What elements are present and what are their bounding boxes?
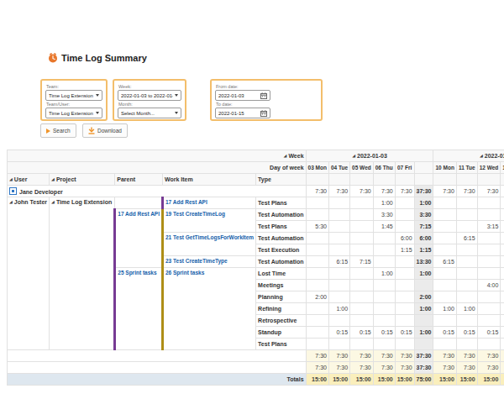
collapse-triangle-icon[interactable]: ◢ xyxy=(9,176,13,181)
work-item-19-link[interactable]: 19 Test CreateTimeLog xyxy=(163,209,256,233)
value-cell xyxy=(306,268,328,280)
value-cell xyxy=(395,256,414,268)
week-group-2022-01-10[interactable]: ◢2022-01-10 xyxy=(433,150,504,162)
value-cell xyxy=(306,339,328,350)
value-cell xyxy=(433,268,456,280)
value-cell: 5:30 xyxy=(306,221,328,233)
type-cell: Refining xyxy=(256,303,306,315)
parent-column-header: Parent xyxy=(115,174,163,186)
collapse-triangle-icon[interactable]: ◢ xyxy=(480,153,483,158)
day-header: 12 Wed xyxy=(477,162,501,174)
value-cell: 7:30 xyxy=(433,186,456,197)
collapse-triangle-icon[interactable]: ◢ xyxy=(352,153,355,158)
calendar-icon[interactable] xyxy=(260,92,267,99)
value-cell: 7:30 xyxy=(501,186,504,197)
collapse-triangle-icon[interactable]: ◢ xyxy=(284,153,287,158)
value-cell: 15:00 xyxy=(373,374,395,386)
value-cell: 3:15 xyxy=(477,221,501,233)
expand-icon[interactable] xyxy=(9,187,17,195)
parent-cell-empty xyxy=(115,197,163,209)
value-cell xyxy=(373,280,395,291)
month-select-value: Select Month... xyxy=(121,111,155,116)
table-row: ◢John Tester ◢Time Log Extension 17 Add … xyxy=(8,197,504,209)
value-cell: 15:00 xyxy=(456,374,477,386)
team-select[interactable]: Time Log Extension Team xyxy=(45,90,102,101)
user-john-tester[interactable]: ◢John Tester xyxy=(8,197,50,350)
team-user-select[interactable]: Time Log Extension Team xyxy=(45,108,102,118)
search-button[interactable]: Search xyxy=(40,123,76,138)
from-date-value: 2022-01-03 xyxy=(218,93,244,98)
value-cell xyxy=(373,339,395,350)
value-cell: 7:30 xyxy=(395,350,414,362)
project-column-header[interactable]: ◢Project xyxy=(50,174,115,186)
user-column-header[interactable]: ◢User xyxy=(8,174,50,186)
week-total-cell: 3:30 xyxy=(414,209,433,221)
to-date-label: To date: xyxy=(216,102,318,107)
value-cell: 4:00 xyxy=(477,280,501,291)
value-cell xyxy=(350,280,374,291)
work-item-21-link[interactable]: 21 Test GetTimeLogsForWorkItem xyxy=(163,233,256,256)
page-header: Time Log Summary xyxy=(48,53,147,63)
chevron-down-icon xyxy=(96,112,99,114)
time-log-pivot-grid: ◢Week ◢2022-01-03 ◢2022-01-10 Totals Day… xyxy=(7,150,504,386)
value-cell xyxy=(433,315,456,327)
value-cell xyxy=(395,221,414,233)
type-cell: Test Automation xyxy=(256,256,306,268)
month-select[interactable]: Select Month... xyxy=(118,108,181,118)
team-user-label: Team/User: xyxy=(46,102,102,107)
value-cell xyxy=(306,233,328,244)
value-cell: 0:15 xyxy=(328,327,349,339)
value-cell: 7:30 xyxy=(306,362,328,374)
from-date-input[interactable]: 2022-01-03 xyxy=(215,90,270,101)
value-cell: 7:30 xyxy=(456,350,477,362)
work-item-17-link[interactable]: 17 Add Rest API xyxy=(163,197,256,209)
collapse-triangle-icon[interactable]: ◢ xyxy=(9,199,13,204)
parent-25-link[interactable]: 25 Sprint tasks xyxy=(115,268,163,350)
user-jane-developer[interactable]: Jane Developer xyxy=(8,186,307,197)
chevron-down-icon xyxy=(96,94,99,97)
download-button[interactable]: Download xyxy=(82,123,128,138)
value-cell: 1:00 xyxy=(456,303,477,315)
value-cell xyxy=(456,197,477,209)
day-header: 04 Tue xyxy=(328,162,349,174)
value-cell xyxy=(395,197,414,209)
week-field-header[interactable]: ◢Week xyxy=(8,150,307,162)
collapse-triangle-icon[interactable]: ◢ xyxy=(51,199,55,204)
value-cell xyxy=(373,303,395,315)
value-cell: 4:00 xyxy=(501,233,504,244)
week-total-cell xyxy=(414,280,433,291)
value-cell xyxy=(433,339,456,350)
value-cell: 1:00 xyxy=(328,303,349,315)
value-cell xyxy=(501,244,504,256)
to-date-input[interactable]: 2022-01-15 xyxy=(215,108,270,118)
project-time-log-extension[interactable]: ◢Time Log Extension xyxy=(50,197,115,350)
value-cell: 0:15 xyxy=(350,327,374,339)
work-item-column-header: Work Item xyxy=(163,174,256,186)
grand-totals-label: Totals xyxy=(8,374,307,386)
type-cell: Test Execution xyxy=(256,244,306,256)
week-group-2022-01-03[interactable]: ◢2022-01-03 xyxy=(306,150,433,162)
calendar-icon[interactable] xyxy=(260,110,267,117)
date-range-panel: From date: 2022-01-03 To date: 2022-01-1… xyxy=(210,79,323,121)
value-cell: 7:30 xyxy=(501,350,504,362)
day-header: 05 Wed xyxy=(350,162,374,174)
work-item-23-link[interactable]: 23 Test CreateTimeType xyxy=(163,256,256,268)
collapse-triangle-icon[interactable]: ◢ xyxy=(51,176,55,181)
download-icon xyxy=(88,127,95,134)
week-filter-panel: Week: 2022-01-03 to 2022-01-09 Month: Se… xyxy=(113,79,186,121)
value-cell xyxy=(477,233,501,244)
value-cell xyxy=(477,303,501,315)
week-total-cell: 37:30 xyxy=(414,350,433,362)
value-cell xyxy=(456,315,477,327)
work-item-26-link[interactable]: 26 Sprint tasks xyxy=(163,268,256,350)
time-log-summary-page: Time Log Summary Team: Time Log Extensio… xyxy=(0,0,504,420)
value-cell xyxy=(328,315,349,327)
to-date-value: 2022-01-15 xyxy=(218,111,244,116)
week-select[interactable]: 2022-01-03 to 2022-01-09 xyxy=(118,90,181,101)
value-cell xyxy=(477,197,501,209)
value-cell xyxy=(433,291,456,303)
parent-17-link[interactable]: 17 Add Rest API xyxy=(115,209,163,268)
value-cell xyxy=(456,339,477,350)
value-cell xyxy=(395,339,414,350)
value-cell: 7:30 xyxy=(373,186,395,197)
